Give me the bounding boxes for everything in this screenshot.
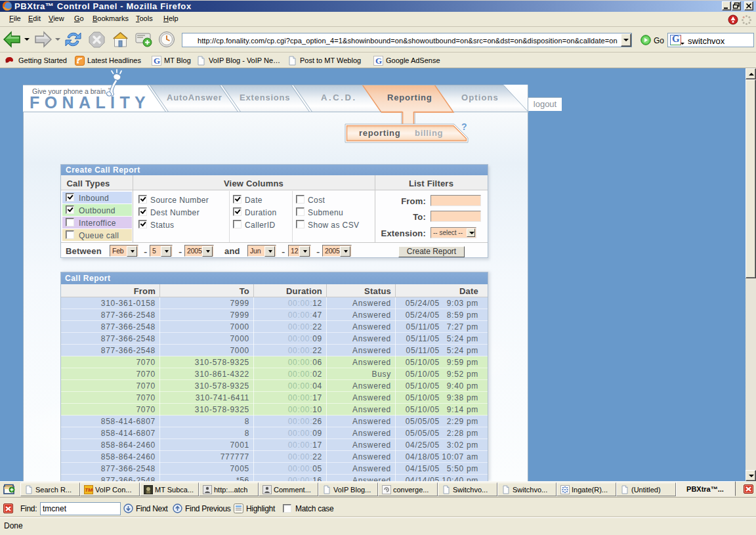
svg-text:TMC: TMC (85, 487, 93, 493)
svg-text:G: G (375, 56, 382, 66)
svg-text:G: G (154, 56, 160, 66)
